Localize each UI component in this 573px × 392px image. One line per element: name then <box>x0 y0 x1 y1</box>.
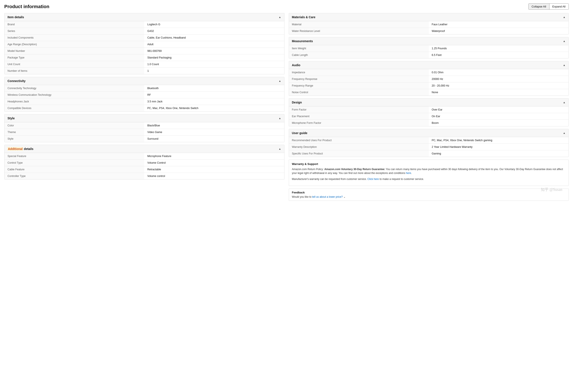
row-value: RF <box>144 92 284 98</box>
table-row: Special FeatureMicrophone Feature <box>4 153 284 160</box>
table-row: Wireless Communication TechnologyRF <box>4 92 284 98</box>
table-row: Model Number981-000769 <box>4 48 284 54</box>
row-value: Gaming <box>429 150 569 157</box>
feedback-text: Would you like to tell us about a lower … <box>292 195 566 198</box>
row-value: Logitech G <box>144 21 284 28</box>
row-label: Style <box>4 136 144 142</box>
section-audio: Audio ▲ Impedance0.01 Ohm Frequency Resp… <box>289 61 569 96</box>
row-value: Retractable <box>144 166 284 173</box>
table-row: Water Resistance LevelWaterproof <box>289 28 569 34</box>
additional-highlight: Additional <box>7 147 23 151</box>
table-row: Headphones Jack3.5 mm Jack <box>4 98 284 105</box>
chevron-up-icon: ▲ <box>279 117 281 120</box>
row-label: Special Feature <box>4 153 144 159</box>
chevron-up-icon: ▲ <box>563 40 566 43</box>
row-label: Form Factor <box>289 106 429 113</box>
row-value: 2 Year Limited Hardware Warranty <box>429 144 569 150</box>
chevron-up-icon: ▲ <box>563 132 566 135</box>
row-value: Cable, Ear Cushions, Headband <box>144 34 284 41</box>
row-label: Package Type <box>4 54 144 61</box>
row-value: Surround <box>144 136 284 142</box>
section-design-body: Form FactorOver Ear Ear PlacementOn Ear … <box>289 106 569 126</box>
row-label: Number of Items <box>4 68 144 74</box>
row-value: On Ear <box>429 113 569 119</box>
section-user-guide-header[interactable]: User guide ▲ <box>289 129 569 137</box>
table-row: Frequency Range20 - 20,000 Hz <box>289 83 569 89</box>
row-value: 3.5 mm Jack <box>144 98 284 105</box>
section-user-guide-body: Recommended Uses For ProductPC, Mac, PS4… <box>289 137 569 157</box>
row-label: Compatible Devices <box>4 105 144 111</box>
table-row: Unit Count1.0 Count <box>4 61 284 68</box>
table-row: Impedance0.01 Ohm <box>289 69 569 76</box>
row-label: Wireless Communication Technology <box>4 92 144 98</box>
section-measurements-title: Measurements <box>292 39 313 43</box>
section-audio-header[interactable]: Audio ▲ <box>289 61 569 69</box>
chevron-up-icon: ▲ <box>563 16 566 19</box>
feedback-section: Feedback Would you like to tell us about… <box>289 188 569 201</box>
row-label: Item Weight <box>289 45 429 52</box>
chevron-up-icon: ▲ <box>279 16 281 19</box>
section-style-header[interactable]: Style ▲ <box>4 114 284 122</box>
row-value: Black/Blue <box>144 122 284 129</box>
row-value: PC, Mac, PS4, Xbox One, Nintendo Switch … <box>429 137 569 143</box>
section-measurements-header[interactable]: Measurements ▲ <box>289 37 569 45</box>
row-label: Recommended Uses For Product <box>289 137 429 143</box>
section-additional-details-header[interactable]: Additional details ▲ <box>4 145 284 153</box>
section-materials-care-header[interactable]: Materials & Care ▲ <box>289 13 569 21</box>
section-audio-body: Impedance0.01 Ohm Frequency Response2000… <box>289 69 569 96</box>
row-label: Noise Control <box>289 89 429 96</box>
table-row: Noise ControlNone <box>289 89 569 96</box>
table-row: Warranty Description2 Year Limited Hardw… <box>289 144 569 150</box>
section-user-guide-title: User guide <box>292 131 307 135</box>
table-row: Package TypeStandard Packaging <box>4 54 284 61</box>
section-measurements-body: Item Weight1.25 Pounds Cable Length6.5 F… <box>289 45 569 58</box>
section-item-details: Item details ▲ BrandLogitech G SeriesG43… <box>4 13 285 74</box>
section-connectivity-header[interactable]: Connectivity ▲ <box>4 77 284 85</box>
section-design-title: Design <box>292 101 302 104</box>
section-style-body: ColorBlack/Blue ThemeVideo Game StyleSur… <box>4 122 284 142</box>
table-row: Connectivity TechnologyBluetooth <box>4 85 284 92</box>
chevron-up-icon: ▲ <box>563 64 566 67</box>
section-additional-details: Additional details ▲ Special FeatureMicr… <box>4 145 285 180</box>
expand-all-button[interactable]: Expand All <box>549 4 569 9</box>
section-item-details-header[interactable]: Item details ▲ <box>4 13 284 21</box>
section-connectivity-title: Connectivity <box>7 79 25 83</box>
row-label: Impedance <box>289 69 429 76</box>
row-value: None <box>429 89 569 96</box>
warranty-here-link[interactable]: here <box>406 171 411 175</box>
collapse-all-button[interactable]: Collapse All <box>529 4 549 9</box>
table-row: StyleSurround <box>4 136 284 142</box>
row-value: 1 <box>144 68 284 74</box>
row-value: Volume Control <box>144 160 284 166</box>
row-label: Control Type <box>4 160 144 166</box>
table-row: Age Range (Description)Adult <box>4 41 284 48</box>
feedback-lower-price-link[interactable]: tell us about a lower price? <box>312 195 343 198</box>
warranty-title: Warranty & Support <box>292 162 566 166</box>
row-value: Microphone Feature <box>144 153 284 159</box>
section-item-details-body: BrandLogitech G SeriesG432 Included Comp… <box>4 21 284 74</box>
table-row: ThemeVideo Game <box>4 129 284 136</box>
right-column: Materials & Care ▲ MaterialFaux Leather … <box>289 13 569 201</box>
row-label: Brand <box>4 21 144 28</box>
row-label: Water Resistance Level <box>289 28 429 34</box>
collapse-expand-buttons: Collapse All Expand All <box>528 3 569 10</box>
row-value: 0.01 Ohm <box>429 69 569 76</box>
warranty-support-section: Warranty & Support Amazon.com Return Pol… <box>289 160 569 186</box>
row-label: Cable Feature <box>4 166 144 173</box>
table-row: BrandLogitech G <box>4 21 284 28</box>
section-additional-details-body: Special FeatureMicrophone Feature Contro… <box>4 153 284 179</box>
row-value: Faux Leather <box>429 21 569 28</box>
row-value: Adult <box>144 41 284 48</box>
warranty-click-here-link[interactable]: Click here <box>367 178 379 181</box>
section-design: Design ▲ Form FactorOver Ear Ear Placeme… <box>289 98 569 126</box>
table-row: Frequency Response20000 Hz <box>289 76 569 83</box>
section-additional-details-title: Additional details <box>7 147 34 151</box>
table-row: Form FactorOver Ear <box>289 106 569 113</box>
feedback-title: Feedback <box>292 191 566 194</box>
warranty-paragraph-2: Manufacturer's warranty can be requested… <box>292 177 566 181</box>
row-label: Color <box>4 122 144 129</box>
section-materials-care-title: Materials & Care <box>292 16 316 19</box>
section-design-header[interactable]: Design ▲ <box>289 99 569 106</box>
table-row: Included ComponentsCable, Ear Cushions, … <box>4 34 284 41</box>
table-row: Cable FeatureRetractable <box>4 166 284 173</box>
